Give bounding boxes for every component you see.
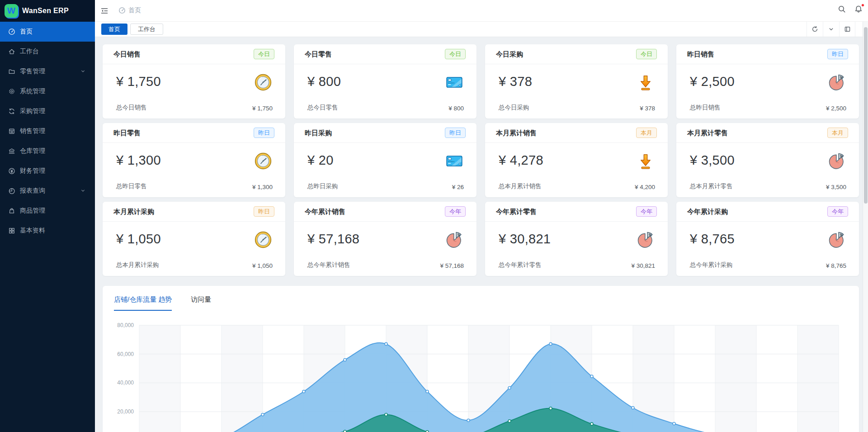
card-title: 今年累计零售: [496, 208, 537, 216]
sidebar-item-label: 系统管理: [20, 87, 45, 95]
stat-card-5: 昨日采购昨日¥ 20总昨日采购¥ 26: [294, 123, 476, 197]
period-badge: 本月: [636, 128, 657, 138]
sidebar-item-label: 工作台: [20, 47, 39, 56]
sidebar-item-label: 商品管理: [20, 207, 45, 215]
search-icon[interactable]: [838, 5, 846, 13]
tab-workbench[interactable]: 工作台: [130, 24, 163, 35]
card-title: 昨日零售: [113, 129, 141, 138]
dashboard-icon: [8, 28, 15, 35]
sidebar-item-4[interactable]: 采购管理: [0, 101, 95, 121]
stat-card-0: 今日销售今日¥ 1,750总今日销售¥ 1,750: [103, 44, 285, 119]
card-title: 今日采购: [496, 50, 523, 59]
y-axis-label: 20,000: [106, 408, 134, 415]
card-value: ¥ 8,765: [690, 232, 735, 247]
folder-icon: [8, 68, 15, 75]
sidebar-item-6[interactable]: 仓库管理: [0, 141, 95, 161]
card-footer-label: 总昨日销售: [690, 104, 721, 112]
tab-home[interactable]: 首页: [101, 24, 127, 35]
sidebar-item-3[interactable]: 系统管理: [0, 81, 95, 101]
sidebar-item-9[interactable]: 商品管理: [0, 201, 95, 221]
card-footer-value: ¥ 26: [452, 184, 464, 190]
notification-dot: [861, 4, 864, 7]
clock-icon: [254, 230, 273, 249]
sidebar-item-1[interactable]: 工作台: [0, 42, 95, 62]
app-logo[interactable]: W WanSen ERP: [0, 0, 95, 22]
card-value: ¥ 1,300: [116, 153, 161, 168]
stat-card-2: 今日采购今日¥ 378总今日采购¥ 378: [485, 44, 668, 119]
refresh-icon[interactable]: [807, 22, 823, 37]
stat-card-6: 本月累计销售本月¥ 4,278总本月累计销售¥ 4,200: [485, 123, 668, 197]
sidebar-item-7[interactable]: 财务管理: [0, 161, 95, 181]
page-scrollbar[interactable]: [863, 22, 868, 432]
card-title: 今年累计采购: [687, 208, 728, 216]
sync-icon: [8, 108, 15, 115]
pie-percent-icon: %: [827, 152, 846, 171]
card-value: ¥ 4,278: [499, 153, 543, 168]
y-axis-label: 80,000: [106, 322, 134, 328]
chevron-down-icon: [80, 68, 86, 74]
menu-fold-icon[interactable]: [100, 7, 108, 15]
card-footer-value: ¥ 2,500: [826, 105, 846, 112]
card-footer-label: 总今日零售: [307, 104, 338, 112]
card-footer-label: 总昨日采购: [307, 182, 338, 190]
period-badge: 昨日: [254, 128, 274, 138]
sidebar-item-5[interactable]: 销售管理: [0, 121, 95, 141]
card-value: ¥ 30,821: [499, 232, 551, 247]
card-title: 今日零售: [305, 50, 332, 59]
sidebar-item-10[interactable]: 基本资料: [0, 221, 95, 241]
sidebar-item-2[interactable]: 零售管理: [0, 62, 95, 81]
card-value: ¥ 1,750: [116, 74, 161, 89]
card-value: ¥ 378: [499, 74, 532, 89]
stat-card-11: 今年累计采购今年¥ 8,765%总今年累计采购¥ 8,765: [676, 202, 859, 276]
card-title: 本月累计零售: [687, 129, 728, 138]
card-value: ¥ 57,168: [307, 232, 359, 247]
svg-text:%: %: [840, 154, 844, 158]
sidebar-item-label: 基本资料: [20, 227, 45, 235]
chart-tab-visits[interactable]: 访问量: [191, 295, 211, 304]
period-badge: 今日: [254, 49, 274, 59]
chevron-down-icon[interactable]: [823, 22, 839, 37]
sidebar-item-label: 销售管理: [20, 127, 45, 135]
sidebar-item-8[interactable]: 报表查询: [0, 181, 95, 201]
stat-card-3: 昨日销售昨日¥ 2,500%总昨日销售¥ 2,500: [676, 44, 859, 119]
card-title: 昨日采购: [305, 129, 332, 138]
pie-percent-icon: %: [445, 230, 464, 249]
stat-card-1: 今日零售今日¥ 800总今日零售¥ 800: [294, 44, 476, 119]
card-footer-value: ¥ 4,200: [635, 184, 655, 190]
bag-icon: [8, 207, 15, 214]
card-footer-value: ¥ 3,500: [826, 184, 846, 190]
card-footer-label: 总昨日零售: [116, 182, 147, 190]
card-footer-label: 总今日采购: [499, 104, 529, 112]
card-footer-value: ¥ 1,050: [252, 262, 273, 269]
area-chart: 20,00040,00060,00080,000: [104, 317, 863, 432]
sidebar-item-label: 采购管理: [20, 107, 45, 115]
card-title: 本月累计销售: [496, 129, 537, 138]
breadcrumb[interactable]: 首页: [118, 6, 141, 14]
chart-tab-flow-trend[interactable]: 店铺/仓库流量 趋势: [114, 295, 172, 311]
y-axis-label: 40,000: [106, 380, 134, 386]
sidebar-item-0[interactable]: 首页: [0, 22, 95, 42]
card-footer-value: ¥ 1,300: [252, 184, 273, 190]
grid-icon: [8, 227, 15, 234]
fold-box-icon[interactable]: [839, 22, 855, 37]
card-footer-value: ¥ 1,750: [252, 105, 273, 112]
sidebar-item-label: 零售管理: [20, 67, 45, 76]
period-badge: 今日: [445, 49, 466, 59]
download-icon: [636, 152, 655, 171]
period-badge: 今年: [445, 206, 466, 217]
svg-text:%: %: [840, 233, 844, 237]
period-badge: 今年: [636, 206, 657, 217]
chart-card: 店铺/仓库流量 趋势 访问量 20,00040,00060,00080,000: [103, 286, 859, 432]
card-title: 今日销售: [113, 50, 141, 59]
card-footer-value: ¥ 800: [448, 105, 464, 112]
pie-percent-icon: %: [827, 230, 846, 249]
card-value: ¥ 2,500: [690, 74, 735, 89]
scrollbar-thumb[interactable]: [864, 27, 868, 204]
period-badge: 今年: [827, 206, 848, 217]
y-axis-label: 60,000: [106, 351, 134, 357]
sidebar-item-label: 仓库管理: [20, 147, 45, 155]
card-footer-label: 总今年累计销售: [307, 261, 350, 269]
card-value: ¥ 20: [307, 153, 334, 168]
bank-card-icon: [445, 73, 464, 92]
card-footer-value: ¥ 378: [640, 105, 655, 112]
